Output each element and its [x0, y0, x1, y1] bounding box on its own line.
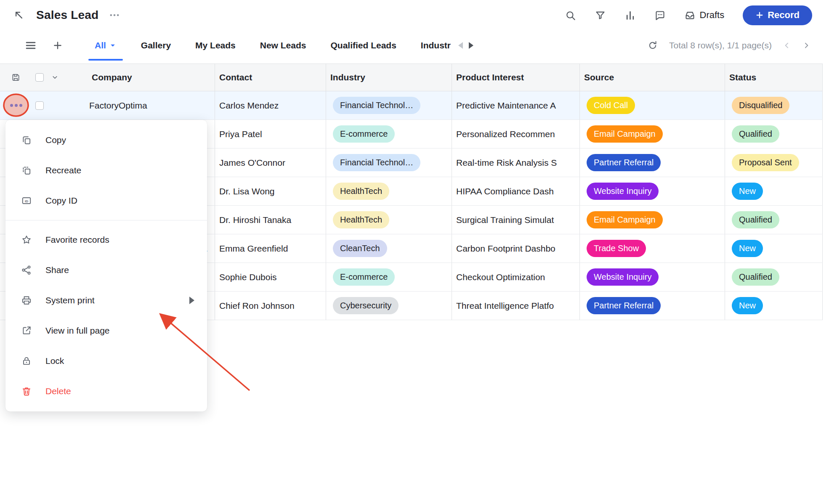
cell-status[interactable]: Qualified	[725, 206, 823, 234]
refresh-icon[interactable]	[647, 40, 658, 51]
row-checkbox[interactable]	[35, 101, 44, 110]
cell-source[interactable]: Website Inquiry	[580, 263, 725, 291]
cell-status[interactable]: Proposal Sent	[725, 149, 823, 177]
cell-industry[interactable]: Financial Technol…	[326, 91, 452, 119]
tab-industr[interactable]: Industr	[409, 30, 451, 61]
menu-item-favorite-records[interactable]: Favorite records	[5, 225, 207, 255]
cell-contact[interactable]: Priya Patel	[215, 120, 326, 148]
title-more-icon[interactable]	[109, 9, 120, 21]
share-icon	[21, 265, 32, 276]
menu-item-delete[interactable]: Delete	[5, 376, 207, 406]
cell-product-interest[interactable]: Carbon Footprint Dashbo	[452, 234, 580, 263]
cell-industry[interactable]: HealthTech	[326, 206, 452, 234]
cell-contact[interactable]: Carlos Mendez	[215, 91, 326, 119]
select-all-checkbox[interactable]	[35, 73, 44, 82]
comment-icon[interactable]	[654, 10, 666, 21]
header-product-interest[interactable]: Product Interest	[452, 64, 580, 91]
tab-my-leads[interactable]: My Leads	[183, 30, 248, 61]
menu-item-view-in-full-page[interactable]: View in full page	[5, 316, 207, 346]
cell-source[interactable]: Website Inquiry	[580, 177, 725, 205]
source-pill: Website Inquiry	[587, 268, 659, 286]
cell-industry[interactable]: HealthTech	[326, 177, 452, 205]
header-status[interactable]: Status	[725, 64, 823, 91]
header-company[interactable]: Company	[0, 64, 215, 91]
cell-product-interest[interactable]: Checkout Optimization	[452, 263, 580, 291]
cell-company[interactable]: FactoryOptima	[0, 91, 215, 119]
save-icon[interactable]	[11, 73, 21, 82]
cell-contact[interactable]: Dr. Hiroshi Tanaka	[215, 206, 326, 234]
copy-id-icon: ID	[21, 195, 32, 206]
cell-product-interest[interactable]: Surgical Training Simulat	[452, 206, 580, 234]
tab-scroll-left-icon[interactable]	[458, 42, 463, 49]
external-icon	[21, 325, 32, 336]
table-row[interactable]: FactoryOptima Carlos Mendez Financial Te…	[0, 91, 823, 120]
cell-industry[interactable]: CleanTech	[326, 234, 452, 263]
add-record-button[interactable]: Record	[743, 5, 812, 25]
cell-status[interactable]: Qualified	[725, 263, 823, 291]
collapse-icon[interactable]	[13, 9, 25, 21]
status-pill: New	[732, 240, 763, 257]
header-source[interactable]: Source	[580, 64, 725, 91]
cell-source[interactable]: Trade Show	[580, 234, 725, 263]
table-header: Company Contact Industry Product Interes…	[0, 64, 823, 91]
prev-page-icon[interactable]	[783, 41, 791, 50]
status-pill: Disqualified	[732, 97, 789, 114]
tab-scroll-right-icon[interactable]	[469, 42, 473, 49]
cell-industry[interactable]: E-commerce	[326, 120, 452, 148]
cell-status[interactable]: New	[725, 292, 823, 320]
add-view-icon[interactable]	[52, 40, 63, 51]
pagination-area: Total 8 row(s), 1/1 page(s)	[647, 40, 810, 51]
search-icon[interactable]	[565, 10, 576, 21]
cell-status[interactable]: Qualified	[725, 120, 823, 148]
chart-icon[interactable]	[624, 10, 636, 21]
header-chevron-down-icon[interactable]	[51, 74, 58, 81]
tab-gallery[interactable]: Gallery	[129, 30, 183, 61]
menu-item-system-print[interactable]: System print	[5, 285, 207, 316]
drafts-button[interactable]: Drafts	[684, 10, 725, 21]
menu-item-recreate[interactable]: Recreate	[5, 155, 207, 186]
cell-product-interest[interactable]: Real-time Risk Analysis S	[452, 149, 580, 177]
cell-status[interactable]: Disqualified	[725, 91, 823, 119]
star-icon	[21, 234, 32, 245]
header-industry[interactable]: Industry	[326, 64, 452, 91]
cell-source[interactable]: Email Campaign	[580, 120, 725, 148]
app-window: Sales Lead	[0, 0, 829, 504]
cell-contact[interactable]: Sophie Dubois	[215, 263, 326, 291]
cell-source[interactable]: Email Campaign	[580, 206, 725, 234]
cell-contact[interactable]: Dr. Lisa Wong	[215, 177, 326, 205]
cell-product-interest[interactable]: Threat Intelligence Platfo	[452, 292, 580, 320]
menu-item-copy[interactable]: Copy	[5, 125, 207, 155]
cell-contact[interactable]: James O'Connor	[215, 149, 326, 177]
cell-source[interactable]: Cold Call	[580, 91, 725, 119]
cell-contact[interactable]: Emma Greenfield	[215, 234, 326, 263]
tab-new-leads[interactable]: New Leads	[248, 30, 319, 61]
record-button-label: Record	[768, 10, 800, 21]
cell-product-interest[interactable]: Personalized Recommen	[452, 120, 580, 148]
view-list-icon[interactable]	[24, 39, 37, 52]
column-label: Company	[92, 72, 132, 82]
row-count-text: Total 8 row(s), 1/1 page(s)	[669, 40, 772, 50]
cell-industry[interactable]: Cybersecurity	[326, 292, 452, 320]
cell-product-interest[interactable]: HIPAA Compliance Dash	[452, 177, 580, 205]
industry-pill: E-commerce	[333, 268, 395, 286]
tab-all[interactable]: All	[82, 30, 129, 61]
tab-qualified-leads[interactable]: Qualified Leads	[318, 30, 408, 61]
header-contact[interactable]: Contact	[215, 64, 326, 91]
column-label: Product Interest	[456, 72, 524, 82]
menu-item-lock[interactable]: Lock	[5, 346, 207, 376]
row-more-button[interactable]	[6, 98, 26, 114]
caret-down-icon	[109, 42, 117, 49]
cell-industry[interactable]: Financial Technol…	[326, 149, 452, 177]
cell-status[interactable]: New	[725, 177, 823, 205]
cell-product-interest[interactable]: Predictive Maintenance A	[452, 91, 580, 119]
cell-contact[interactable]: Chief Ron Johnson	[215, 292, 326, 320]
cell-source[interactable]: Partner Referral	[580, 292, 725, 320]
cell-status[interactable]: New	[725, 234, 823, 263]
menu-item-copy-id[interactable]: ID Copy ID	[5, 186, 207, 216]
cell-industry[interactable]: E-commerce	[326, 263, 452, 291]
cell-source[interactable]: Partner Referral	[580, 149, 725, 177]
drafts-inbox-icon	[684, 10, 696, 21]
menu-item-share[interactable]: Share	[5, 255, 207, 285]
next-page-icon[interactable]	[802, 41, 810, 50]
filter-icon[interactable]	[595, 10, 606, 21]
